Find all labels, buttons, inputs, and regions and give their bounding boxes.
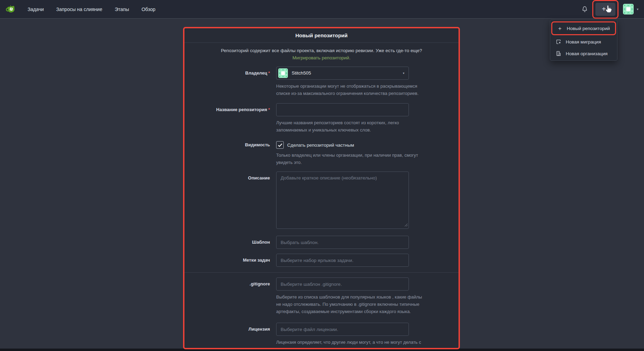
field-row-license: Лицензия Выберите файл лицензии. Лицензи… (184, 323, 459, 349)
form-title: Новый репозиторий (184, 28, 459, 43)
gitea-new-repository-page: { "colors": { "highlight_red": "#ef4237"… (0, 0, 644, 351)
template-label: Шаблон (184, 236, 276, 249)
nav-link-milestones[interactable]: Этапы (115, 7, 129, 12)
owner-help: Некоторые организации могут не отображат… (276, 82, 423, 97)
gitignore-help: Выберите из списка шаблонов для популярн… (276, 293, 423, 315)
chevron-down-icon: ▾ (607, 8, 609, 11)
bell-icon (582, 6, 588, 12)
issue-labels-select[interactable]: Выберите набор ярлыков задачи. (276, 254, 409, 267)
owner-label-text: Владелец (245, 70, 267, 76)
gitignore-label: .gitignore (184, 277, 276, 315)
private-checkbox[interactable] (276, 141, 284, 149)
field-row-visibility: Видимость Сделать репозиторий частным То… (184, 141, 459, 166)
repo-name-label-text: Название репозитория (216, 107, 267, 112)
chevron-down-icon: ▾ (637, 7, 638, 11)
visibility-help: Только владелец или члены организации, п… (276, 152, 423, 166)
license-select[interactable]: Выберите файл лицензии. (276, 323, 409, 336)
field-row-description: Описание (184, 172, 459, 230)
nav-link-explore[interactable]: Обзор (141, 7, 155, 12)
section-divider (184, 272, 459, 273)
create-new-wrap: + ▾ (595, 3, 615, 16)
owner-select[interactable]: Stitch505 ▾ (276, 67, 409, 80)
nav-link-merge-requests[interactable]: Запросы на слияние (56, 7, 102, 12)
license-help: Лицензия определяет, что другие люди мог… (276, 339, 423, 349)
menu-item-label: Новая организация (566, 51, 607, 56)
license-label: Лицензия (184, 323, 276, 349)
visibility-label: Видимость (184, 141, 276, 166)
intro-text: Репозиторий содержит все файлы проекта, … (221, 48, 422, 53)
menu-item-new-repository[interactable]: + Новый репозиторий (552, 22, 615, 34)
migration-icon (555, 39, 561, 45)
menu-item-new-organization[interactable]: Новая организация (550, 48, 617, 59)
notifications-button[interactable] (580, 4, 590, 14)
gitignore-select[interactable]: Выберите шаблон .gitignore. (276, 277, 409, 291)
field-row-gitignore: .gitignore Выберите шаблон .gitignore. В… (184, 277, 459, 315)
form-intro: Репозиторий содержит все файлы проекта, … (208, 47, 435, 62)
private-checkbox-label[interactable]: Сделать репозиторий частным (287, 143, 354, 148)
create-menu-dropdown: + Новый репозиторий Новая миграция Новая… (550, 20, 617, 61)
repo-name-input[interactable] (276, 103, 409, 116)
check-icon (278, 143, 282, 147)
highlight-box-new-repository: + Новый репозиторий (551, 21, 616, 35)
required-mark: * (268, 107, 270, 112)
issue-labels-label: Метки задач (184, 254, 276, 267)
description-textarea[interactable] (276, 172, 409, 229)
menu-item-label: Новый репозиторий (567, 26, 610, 31)
template-select[interactable]: Выбрать шаблон. (276, 236, 409, 249)
gitea-cup-icon (6, 4, 17, 14)
nav-link-issues[interactable]: Задачи (28, 7, 44, 12)
organization-icon (555, 51, 561, 56)
repo-name-label: Название репозитория* (184, 103, 276, 134)
owner-avatar (278, 68, 288, 78)
migrate-repository-link[interactable]: Мигрировать репозиторий. (292, 55, 350, 60)
resize-handle-icon[interactable] (404, 222, 408, 228)
menu-item-label: Новая миграция (566, 39, 601, 45)
plus-icon: + (602, 6, 606, 12)
new-repository-form-panel: Новый репозиторий Репозиторий содержит в… (183, 27, 460, 349)
navbar-right: + ▾ (580, 3, 638, 16)
description-label: Описание (184, 172, 276, 230)
field-row-issue-labels: Метки задач Выберите набор ярлыков задач… (184, 254, 459, 267)
user-avatar (623, 4, 634, 14)
field-row-template: Шаблон Выбрать шаблон. (184, 236, 459, 249)
gitea-logo[interactable] (6, 4, 17, 14)
top-navbar: Задачи Запросы на слияние Этапы Обзор + … (0, 0, 644, 19)
menu-item-new-migration[interactable]: Новая миграция (550, 36, 617, 48)
owner-value: Stitch505 (292, 70, 311, 76)
field-row-owner: Владелец* Stitch505 (184, 67, 459, 97)
user-menu-button[interactable]: ▾ (623, 4, 638, 14)
owner-label: Владелец* (184, 67, 276, 97)
plus-icon: + (557, 26, 562, 31)
required-mark: * (268, 70, 270, 76)
main-nav: Задачи Запросы на слияние Этапы Обзор (28, 7, 155, 12)
field-row-repo-name: Название репозитория* Лучшие названия ре… (184, 103, 459, 134)
chevron-down-icon: ▾ (403, 71, 404, 75)
create-new-button[interactable]: + ▾ (595, 3, 615, 16)
license-help-text: Лицензия определяет, что другие люди мог… (276, 340, 421, 349)
repo-name-help: Лучшие названия репозиториев состоят из … (276, 119, 423, 134)
